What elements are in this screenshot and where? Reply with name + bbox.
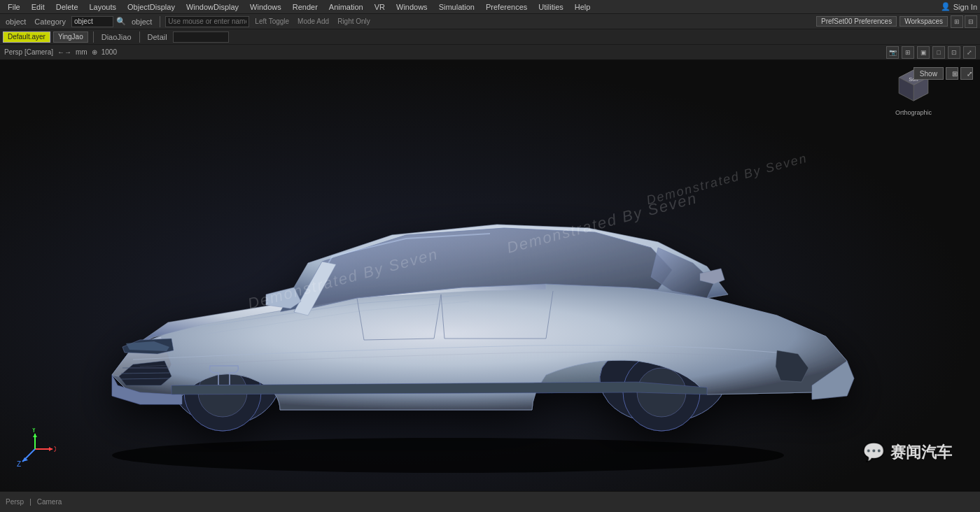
- svg-marker-9: [49, 447, 52, 451]
- svg-marker-15: [22, 457, 28, 462]
- menubar: File Edit Delete Layouts ObjectDisplay W…: [0, 0, 980, 14]
- vp-icon-render[interactable]: ▣: [917, 46, 930, 59]
- icon-btn-1[interactable]: ⊞: [951, 15, 963, 28]
- show-button-area: Show ⊞ ⤢: [913, 67, 973, 80]
- wechat-watermark: 💬 赛闻汽车: [862, 441, 952, 463]
- object-label: object: [3, 17, 29, 26]
- category-input[interactable]: [71, 16, 113, 27]
- vp-icon-grid[interactable]: ⊞: [902, 46, 914, 59]
- category-label: Category: [31, 17, 69, 26]
- toolbar2-sep2: [139, 31, 140, 43]
- toolbar-sep-1: [160, 16, 160, 27]
- show-button[interactable]: Show: [913, 67, 944, 80]
- view-maximize-btn[interactable]: ⤢: [960, 67, 973, 80]
- menu-windows[interactable]: Windows: [391, 2, 433, 12]
- menu-help[interactable]: Help: [570, 2, 596, 12]
- menu-edit[interactable]: Edit: [27, 2, 50, 12]
- zoom-value: 1000: [102, 48, 117, 56]
- view-layout-btn[interactable]: ⊞: [946, 67, 958, 80]
- diao-jiao-label: DiaoJiao: [99, 33, 134, 41]
- detail-label: Detail: [145, 33, 170, 41]
- svg-text:Y: Y: [31, 428, 36, 434]
- default-layer-btn[interactable]: Default.ayer: [3, 31, 50, 43]
- menu-file[interactable]: File: [3, 2, 25, 12]
- camera-label: Persp [Camera]: [4, 48, 53, 56]
- viewport-icons: 📷 ⊞ ▣ □ ⊡ ⤢: [886, 46, 976, 59]
- menubar-right: 👤 Sign In: [941, 2, 977, 11]
- menu-vr[interactable]: VR: [370, 2, 390, 12]
- svg-point-0: [112, 438, 784, 473]
- sign-in-area[interactable]: 👤 Sign In: [941, 2, 977, 11]
- toolbar1: object Category 🔍 object Left Toggle Mod…: [0, 14, 980, 29]
- icon-btn-2[interactable]: ⊟: [965, 15, 977, 28]
- menu-delete[interactable]: Delete: [51, 2, 83, 12]
- unit-label: ←→: [57, 48, 71, 56]
- main-viewport[interactable]: Demonstrated By Seven Demonstrated By Se…: [0, 60, 980, 491]
- vp-icon-box1[interactable]: □: [932, 46, 945, 59]
- wechat-brand: 赛闻汽车: [890, 442, 952, 463]
- menu-layouts[interactable]: Layouts: [85, 2, 122, 12]
- zoom-icon: ⊕: [92, 48, 97, 56]
- car-3d-view: [42, 74, 938, 480]
- statusbar: Persp | Camera: [0, 491, 980, 512]
- status-sep: |: [29, 498, 31, 506]
- ying-jao-btn[interactable]: YingJao: [53, 31, 88, 43]
- svg-text:Z: Z: [17, 460, 21, 468]
- unit-mm: mm: [76, 48, 88, 56]
- workspaces-button[interactable]: Workspaces: [899, 16, 948, 27]
- menu-utilities[interactable]: Utilities: [533, 2, 568, 12]
- status-camera: Camera: [37, 498, 62, 506]
- svg-marker-12: [33, 434, 37, 437]
- vp-icon-box2[interactable]: ⊡: [948, 46, 960, 59]
- vp-icon-camera[interactable]: 📷: [886, 46, 899, 59]
- search-input[interactable]: [165, 16, 249, 27]
- detail-input[interactable]: [173, 31, 229, 43]
- search-icon: 🔍: [116, 17, 126, 26]
- wechat-icon: 💬: [862, 441, 885, 463]
- prefset-button[interactable]: PrefSet00 Preferences: [816, 16, 897, 27]
- status-persp: Persp: [6, 498, 24, 506]
- toolbar-icon-group: ⊞ ⊟: [951, 15, 977, 28]
- menu-objectdisplay[interactable]: ObjectDisplay: [122, 2, 180, 12]
- axis-indicator: X Y Z: [14, 428, 56, 470]
- orthographic-label: Orthographic: [895, 109, 932, 116]
- menu-animation[interactable]: Animation: [324, 2, 368, 12]
- toolbar2: Default.ayer YingJao DiaoJiao Detail: [0, 29, 980, 45]
- svg-text:X: X: [54, 446, 56, 453]
- menu-simulation[interactable]: Simulation: [434, 2, 479, 12]
- viewport-toolbar: Persp [Camera] ←→ mm ⊕ 1000 📷 ⊞ ▣ □ ⊡ ⤢: [0, 45, 980, 60]
- hint-left-toggle: Left Toggle: [252, 17, 292, 25]
- menu-windowdisplay[interactable]: WindowDisplay: [181, 2, 244, 12]
- menu-render[interactable]: Render: [288, 2, 323, 12]
- user-icon: 👤: [941, 2, 951, 11]
- sign-in-label[interactable]: Sign In: [953, 3, 977, 11]
- hint-mode-add: Mode Add: [295, 17, 332, 25]
- hint-right-only: Right Only: [335, 17, 373, 25]
- menu-panels[interactable]: Windows: [245, 2, 286, 12]
- toolbar2-sep: [93, 31, 94, 43]
- menu-preferences[interactable]: Preferences: [481, 2, 532, 12]
- vp-icon-expand[interactable]: ⤢: [963, 46, 976, 59]
- object2-label: object: [129, 17, 155, 26]
